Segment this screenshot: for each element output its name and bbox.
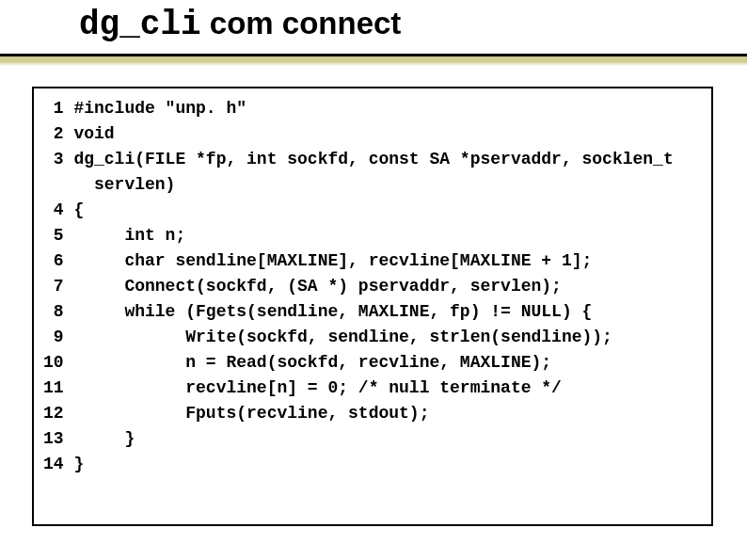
slide: dg_cli com connect 1 #include "unp. h" 2… [0,0,747,560]
code-listing: 1 #include "unp. h" 2 void 3 dg_cli(FILE… [43,96,702,477]
code-box: 1 #include "unp. h" 2 void 3 dg_cli(FILE… [32,87,713,526]
title-divider [0,54,747,66]
title-area: dg_cli com connect [0,0,747,54]
title-code-part: dg_cli [79,6,201,44]
divider-olive [0,56,747,66]
title-text-part: com connect [201,6,402,40]
slide-title: dg_cli com connect [79,6,747,54]
